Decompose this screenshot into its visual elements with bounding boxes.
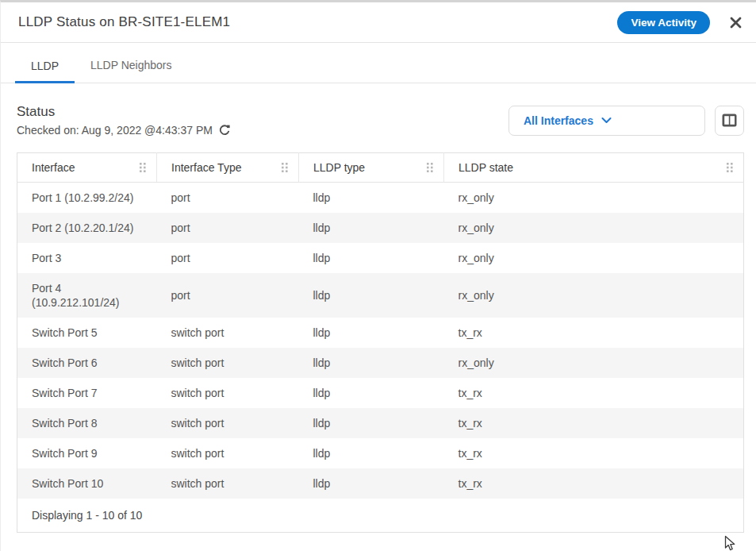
cell-lldp-state: rx_only <box>444 348 744 378</box>
checked-on-line: Checked on: Aug 9, 2022 @4:43:37 PM <box>17 124 231 137</box>
cell-lldp-state: tx_rx <box>444 438 744 468</box>
cell-interface-type: port <box>157 183 299 214</box>
cell-lldp-state: tx_rx <box>444 378 744 408</box>
refresh-icon <box>218 124 231 137</box>
cell-interface-type: switch port <box>157 348 299 378</box>
table-body: Port 1 (10.2.99.2/24) port lldp rx_only … <box>17 183 744 499</box>
table-row: Port 3 port lldp rx_only <box>17 243 744 273</box>
column-picker-button[interactable] <box>715 106 744 136</box>
cell-lldp-type: lldp <box>299 408 444 438</box>
cell-lldp-type: lldp <box>299 378 444 408</box>
chevron-down-icon <box>601 117 612 124</box>
mouse-cursor <box>724 535 736 551</box>
status-info: Status Checked on: Aug 9, 2022 @4:43:37 … <box>17 104 231 137</box>
status-bar: Status Checked on: Aug 9, 2022 @4:43:37 … <box>1 83 756 152</box>
table-row: Port 4 (10.9.212.101/24) port lldp rx_on… <box>17 273 744 318</box>
cell-lldp-state: rx_only <box>444 183 744 214</box>
cell-interface: Switch Port 5 <box>17 318 157 348</box>
table-row: Switch Port 6 switch port lldp rx_only <box>17 348 744 378</box>
view-activity-button[interactable]: View Activity <box>617 11 710 34</box>
column-header-label: LLDP type <box>313 161 365 174</box>
column-header-label: Interface <box>32 161 75 174</box>
checked-on-text: Checked on: Aug 9, 2022 @4:43:37 PM <box>17 124 213 137</box>
column-header-interface: Interface <box>17 153 157 183</box>
cell-lldp-state: tx_rx <box>444 468 744 499</box>
cell-interface-type: port <box>157 213 299 243</box>
column-picker-icon <box>722 114 737 127</box>
cell-lldp-state: tx_rx <box>444 408 744 438</box>
cell-lldp-state: tx_rx <box>444 318 744 348</box>
table-header-row: Interface Interface Type LLDP type <box>17 153 744 183</box>
cell-lldp-type: lldp <box>299 183 444 214</box>
cell-lldp-type: lldp <box>299 213 444 243</box>
cell-lldp-type: lldp <box>299 243 444 273</box>
cell-interface: Switch Port 7 <box>17 378 157 408</box>
drag-handle-icon[interactable] <box>424 160 436 175</box>
interface-filter-value: All Interfaces <box>524 114 593 127</box>
cell-interface: Switch Port 8 <box>17 408 157 438</box>
cell-interface-type: switch port <box>157 438 299 468</box>
cell-interface-type: port <box>157 243 299 273</box>
table-row: Switch Port 10 switch port lldp tx_rx <box>17 468 744 499</box>
table-row: Port 1 (10.2.99.2/24) port lldp rx_only <box>17 183 744 214</box>
cell-interface: Port 1 (10.2.99.2/24) <box>17 183 157 214</box>
refresh-button[interactable] <box>218 124 231 137</box>
page-title: LLDP Status on BR-SITE1-ELEM1 <box>18 14 617 30</box>
drag-handle-icon[interactable] <box>724 160 735 175</box>
screen: { "header": { "title": "LLDP Status on B… <box>0 0 756 551</box>
cell-lldp-state: rx_only <box>444 213 744 243</box>
interface-filter-dropdown[interactable]: All Interfaces <box>508 106 705 136</box>
cell-interface: Port 2 (10.2.20.1/24) <box>17 213 157 243</box>
pagination-status: Displaying 1 - 10 of 10 <box>17 499 744 533</box>
cell-interface: Switch Port 6 <box>17 348 157 378</box>
cell-lldp-state: rx_only <box>444 243 744 273</box>
cell-interface: Port 4 (10.9.212.101/24) <box>17 273 157 318</box>
cell-interface-type: switch port <box>157 378 299 408</box>
cell-interface: Switch Port 9 <box>17 438 157 468</box>
cell-interface-type: switch port <box>157 408 299 438</box>
cell-interface: Switch Port 10 <box>17 468 157 499</box>
column-header-interface-type: Interface Type <box>157 153 299 183</box>
table-row: Switch Port 9 switch port lldp tx_rx <box>17 438 744 468</box>
tab-bar: LLDP LLDP Neighbors <box>1 43 756 83</box>
table-row: Switch Port 8 switch port lldp tx_rx <box>17 408 744 438</box>
column-header-label: Interface Type <box>171 161 241 174</box>
status-actions: All Interfaces <box>508 106 744 136</box>
modal-header: LLDP Status on BR-SITE1-ELEM1 View Activ… <box>1 2 756 43</box>
column-header-lldp-state: LLDP state <box>444 153 744 183</box>
table-row: Switch Port 7 switch port lldp tx_rx <box>17 378 744 408</box>
tab-lldp-neighbors[interactable]: LLDP Neighbors <box>75 59 187 83</box>
close-icon <box>729 16 743 29</box>
cell-lldp-type: lldp <box>299 348 444 378</box>
cell-lldp-state: rx_only <box>444 273 744 318</box>
cell-lldp-type: lldp <box>299 468 444 499</box>
table-footer-row: Displaying 1 - 10 of 10 <box>17 499 744 533</box>
cell-lldp-type: lldp <box>299 273 444 318</box>
cell-lldp-type: lldp <box>299 318 444 348</box>
drag-handle-icon[interactable] <box>279 160 290 175</box>
tab-lldp[interactable]: LLDP <box>15 60 75 83</box>
cell-lldp-type: lldp <box>299 438 444 468</box>
cell-interface-type: switch port <box>157 468 299 499</box>
lldp-status-table: Interface Interface Type LLDP type <box>17 152 744 533</box>
column-header-lldp-type: LLDP type <box>299 153 444 183</box>
drag-handle-icon[interactable] <box>137 160 148 175</box>
cell-interface: Port 3 <box>17 243 157 273</box>
table-row: Switch Port 5 switch port lldp tx_rx <box>17 318 744 348</box>
column-header-label: LLDP state <box>459 161 513 174</box>
cell-interface-type: port <box>157 273 299 318</box>
close-button[interactable] <box>726 13 745 32</box>
table-row: Port 2 (10.2.20.1/24) port lldp rx_only <box>17 213 744 243</box>
status-heading: Status <box>17 104 231 120</box>
cell-interface-type: switch port <box>157 318 299 348</box>
